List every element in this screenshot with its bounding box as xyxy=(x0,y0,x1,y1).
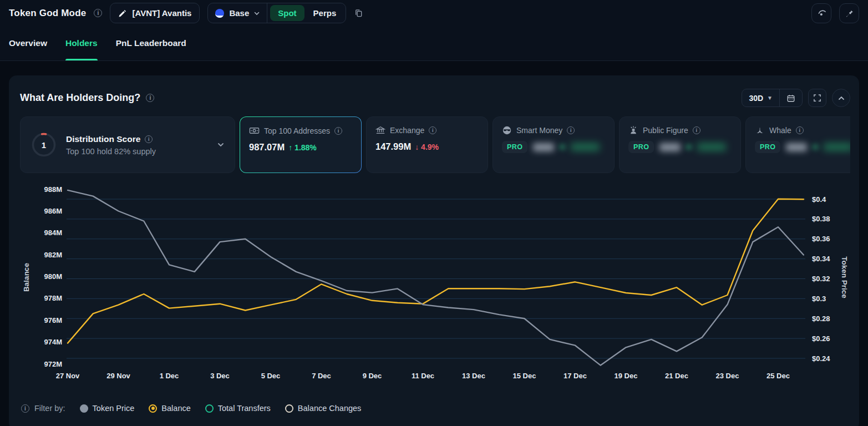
svg-text:11 Dec: 11 Dec xyxy=(412,372,434,380)
svg-text:17 Dec: 17 Dec xyxy=(564,372,587,380)
date-range-group: 30D ▼ xyxy=(742,89,803,107)
svg-text:974M: 974M xyxy=(44,338,62,346)
svg-text:9 Dec: 9 Dec xyxy=(363,372,382,380)
whale-icon xyxy=(755,125,765,135)
blurred-value xyxy=(786,143,807,151)
card-title: Whale xyxy=(769,126,791,135)
filter-info-icon[interactable]: i xyxy=(21,404,29,413)
svg-text:$0.32: $0.32 xyxy=(812,275,830,283)
filter-label: Filter by: xyxy=(34,404,65,413)
tab-perps[interactable]: Perps xyxy=(306,5,344,21)
info-icon[interactable]: i xyxy=(429,126,436,134)
card-title: Public Figure xyxy=(643,126,688,135)
pin-button[interactable] xyxy=(839,3,859,23)
svg-text:978M: 978M xyxy=(44,294,62,302)
svg-text:3 Dec: 3 Dec xyxy=(210,372,230,380)
svg-text:Token Price: Token Price xyxy=(840,256,849,298)
panel-header: What Are Holders Doing? i 30D ▼ xyxy=(20,89,850,107)
smart-money-icon xyxy=(502,125,512,135)
card-public-figure[interactable]: Public Figure i PRO xyxy=(619,116,741,173)
svg-text:$0.24: $0.24 xyxy=(812,354,830,363)
blurred-change xyxy=(571,143,600,151)
pro-badge: PRO xyxy=(755,141,780,153)
collapse-button[interactable] xyxy=(832,89,850,107)
svg-text:27 Nov: 27 Nov xyxy=(56,372,80,380)
filter-balance[interactable]: Balance xyxy=(149,404,190,413)
blurred-arrow xyxy=(813,144,818,150)
svg-text:25 Dec: 25 Dec xyxy=(767,372,790,380)
tab-overview[interactable]: Overview xyxy=(9,26,47,60)
svg-text:21 Dec: 21 Dec xyxy=(665,372,688,380)
chevron-down-icon[interactable] xyxy=(217,141,225,149)
calendar-button[interactable] xyxy=(780,94,802,103)
main-area: What Are Holders Doing? i 30D ▼ xyxy=(0,61,868,426)
blurred-change xyxy=(697,143,726,151)
holders-chart[interactable]: 988M986M984M982M980M978M976M974M972M$0.4… xyxy=(20,179,850,396)
alerts-button[interactable] xyxy=(811,3,831,23)
bank-icon xyxy=(375,125,385,135)
fullscreen-button[interactable] xyxy=(808,89,826,107)
card-title: Exchange xyxy=(390,126,424,135)
svg-text:7 Dec: 7 Dec xyxy=(312,372,331,380)
holders-panel: What Are Holders Doing? i 30D ▼ xyxy=(9,75,859,426)
range-dropdown[interactable]: 30D ▼ xyxy=(742,94,779,103)
app-title-info-icon[interactable]: i xyxy=(94,9,102,17)
svg-text:982M: 982M xyxy=(44,251,62,259)
card-smart-money[interactable]: Smart Money i PRO xyxy=(493,116,615,173)
panel-title-info-icon[interactable]: i xyxy=(146,94,154,102)
tab-spot[interactable]: Spot xyxy=(270,5,304,21)
cash-icon xyxy=(249,125,260,136)
fullscreen-icon xyxy=(813,94,821,102)
svg-text:976M: 976M xyxy=(44,316,62,324)
filter-total-transfers[interactable]: Total Transfers xyxy=(205,404,271,413)
svg-text:23 Dec: 23 Dec xyxy=(716,372,739,380)
card-top-100-addresses[interactable]: Top 100 Addresses i 987.07M ↑ 1.88% xyxy=(240,116,362,173)
info-icon[interactable]: i xyxy=(334,127,342,135)
chain-selector[interactable]: Base xyxy=(208,8,267,18)
svg-text:986M: 986M xyxy=(44,207,62,215)
svg-text:$0.28: $0.28 xyxy=(812,315,830,323)
info-icon[interactable]: i xyxy=(796,126,804,134)
info-icon[interactable]: i xyxy=(567,126,575,134)
chevron-down-icon xyxy=(253,10,260,17)
svg-text:$0.4: $0.4 xyxy=(812,195,826,204)
copy-icon[interactable] xyxy=(354,8,363,18)
card-exchange[interactable]: Exchange i 147.99M ↓ 4.9% xyxy=(366,116,488,173)
app-title: Token God Mode xyxy=(9,8,86,19)
info-icon[interactable]: i xyxy=(145,135,153,143)
blurred-change xyxy=(824,143,850,151)
tab-holders[interactable]: Holders xyxy=(65,26,98,60)
svg-text:29 Nov: 29 Nov xyxy=(106,372,130,380)
filter-token-price[interactable]: Token Price xyxy=(80,404,135,413)
info-icon[interactable]: i xyxy=(693,126,701,134)
card-value: 147.99M xyxy=(375,141,411,152)
panel-title: What Are Holders Doing? xyxy=(20,92,140,104)
pin-icon xyxy=(844,8,854,18)
chart-filter-row: i Filter by: Token Price Balance Total T… xyxy=(20,396,850,413)
pencil-icon xyxy=(118,9,127,18)
pro-badge: PRO xyxy=(502,141,527,153)
holder-category-cards: 1 Distribution Score i Top 100 hold 82% … xyxy=(20,116,850,173)
total-transfers-ring-icon xyxy=(205,404,214,413)
filter-balance-changes[interactable]: Balance Changes xyxy=(285,404,361,413)
svg-text:15 Dec: 15 Dec xyxy=(513,372,536,380)
chevron-down-icon: ▼ xyxy=(767,95,773,101)
blurred-arrow xyxy=(686,144,692,150)
svg-text:$0.34: $0.34 xyxy=(812,255,830,263)
token-selector[interactable]: [AVNT] Avantis xyxy=(110,3,200,23)
svg-text:988M: 988M xyxy=(44,185,62,194)
balance-radio-icon xyxy=(149,404,157,413)
pro-badge: PRO xyxy=(628,141,654,153)
svg-text:$0.26: $0.26 xyxy=(812,334,830,343)
top-bar: Token God Mode i [AVNT] Avantis Base Spo… xyxy=(0,0,868,26)
card-distribution-score[interactable]: 1 Distribution Score i Top 100 hold 82% … xyxy=(20,116,235,173)
page-tabs: Overview Holders PnL Leaderboard xyxy=(0,26,868,61)
token-price-dot-icon xyxy=(80,404,88,413)
tab-pnl-leaderboard[interactable]: PnL Leaderboard xyxy=(116,26,186,60)
card-title: Distribution Score xyxy=(66,134,140,144)
public-figure-icon xyxy=(628,125,638,135)
svg-text:1 Dec: 1 Dec xyxy=(160,372,179,380)
svg-text:972M: 972M xyxy=(44,360,62,368)
card-whale[interactable]: Whale i PRO xyxy=(745,116,850,173)
card-change: ↑ 1.88% xyxy=(288,143,317,152)
